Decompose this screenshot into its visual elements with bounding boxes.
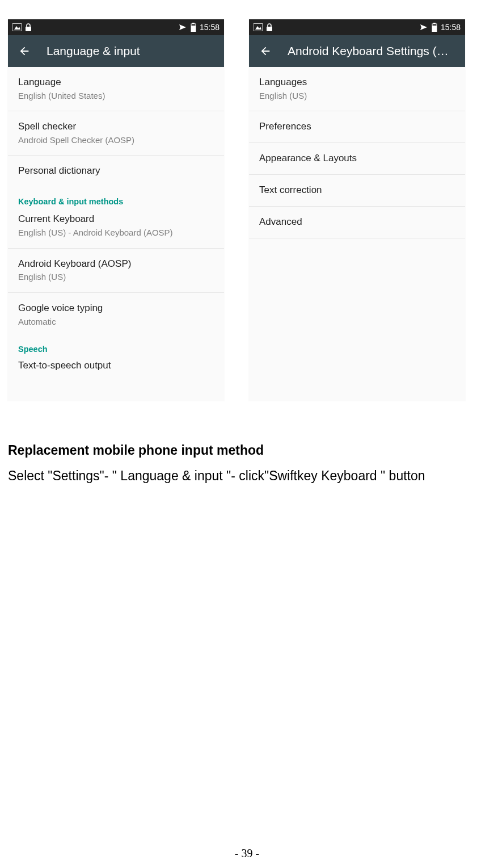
lock-icon xyxy=(25,23,32,32)
list-item-subtitle: Automatic xyxy=(18,316,214,328)
list-item-title: Languages xyxy=(259,76,455,89)
svg-marker-1 xyxy=(14,26,20,30)
list-item-title: Current Keyboard xyxy=(18,213,214,226)
list-item-language[interactable]: Language English (United States) xyxy=(8,67,224,111)
lock-icon xyxy=(266,23,273,32)
svg-rect-5 xyxy=(191,26,196,32)
list-item-preferences[interactable]: Preferences xyxy=(249,111,465,143)
list-item-languages[interactable]: Languages English (US) xyxy=(249,67,465,111)
list-item-title: Text correction xyxy=(259,184,455,197)
document-page: 15:58 Language & input Language English … xyxy=(0,0,494,486)
list-item-google-voice-typing[interactable]: Google voice typing Automatic xyxy=(8,293,224,337)
list-item-title: Preferences xyxy=(259,120,455,133)
status-right: 15:58 xyxy=(419,23,461,32)
svg-rect-8 xyxy=(267,27,272,31)
screenshots-row: 15:58 Language & input Language English … xyxy=(8,19,486,401)
status-left xyxy=(12,23,32,32)
svg-marker-7 xyxy=(255,26,261,30)
svg-rect-11 xyxy=(432,26,437,32)
list-item-tts[interactable]: Text-to-speech output xyxy=(8,354,224,385)
airplane-icon xyxy=(419,23,428,32)
status-time: 15:58 xyxy=(200,23,219,32)
status-time: 15:58 xyxy=(441,23,461,32)
status-left xyxy=(254,23,273,32)
section-header-speech: Speech xyxy=(8,337,224,354)
list-item-android-keyboard[interactable]: Android Keyboard (AOSP) English (US) xyxy=(8,249,224,293)
image-icon xyxy=(12,23,22,31)
status-right: 15:58 xyxy=(178,23,219,32)
settings-list: Languages English (US) Preferences Appea… xyxy=(249,67,465,401)
list-item-appearance[interactable]: Appearance & Layouts xyxy=(249,143,465,175)
list-item-title: Google voice typing xyxy=(18,302,214,315)
phone-screenshot-right: 15:58 Android Keyboard Settings (A… Lang… xyxy=(249,19,465,401)
back-icon[interactable] xyxy=(18,45,31,57)
status-bar: 15:58 xyxy=(249,19,465,35)
list-item-title: Spell checker xyxy=(18,120,214,133)
list-item-spell-checker[interactable]: Spell checker Android Spell Checker (AOS… xyxy=(8,111,224,156)
svg-rect-2 xyxy=(26,27,31,31)
airplane-icon xyxy=(178,23,187,32)
list-item-text-correction[interactable]: Text correction xyxy=(249,175,465,207)
app-bar-title: Android Keyboard Settings (A… xyxy=(288,44,455,58)
image-icon xyxy=(254,23,263,31)
document-text: Replacement mobile phone input method Se… xyxy=(8,401,486,486)
list-item-advanced[interactable]: Advanced xyxy=(249,207,465,238)
list-item-title: Language xyxy=(18,76,214,89)
page-number: - 39 - xyxy=(0,847,494,860)
list-item-title: Text-to-speech output xyxy=(18,359,214,372)
doc-heading: Replacement mobile phone input method xyxy=(8,443,486,458)
list-item-subtitle: English (US) - Android Keyboard (AOSP) xyxy=(18,227,214,238)
battery-icon xyxy=(432,23,437,32)
list-item-title: Android Keyboard (AOSP) xyxy=(18,258,214,271)
list-item-title: Personal dictionary xyxy=(18,165,214,178)
list-item-title: Appearance & Layouts xyxy=(259,152,455,165)
list-item-personal-dictionary[interactable]: Personal dictionary xyxy=(8,156,224,187)
app-bar-title: Language & input xyxy=(47,44,214,58)
list-item-subtitle: English (US) xyxy=(18,271,214,283)
list-item-subtitle: English (United States) xyxy=(18,90,214,102)
section-header-keyboard: Keyboard & input methods xyxy=(8,187,224,207)
list-item-title: Advanced xyxy=(259,216,455,229)
doc-body: Select "Settings"- " Language & input "-… xyxy=(8,466,486,486)
phone-screenshot-left: 15:58 Language & input Language English … xyxy=(8,19,224,401)
battery-icon xyxy=(191,23,196,32)
status-bar: 15:58 xyxy=(8,19,224,35)
app-bar: Android Keyboard Settings (A… xyxy=(249,35,465,67)
back-icon[interactable] xyxy=(259,45,272,57)
list-item-subtitle: Android Spell Checker (AOSP) xyxy=(18,135,214,146)
list-item-subtitle: English (US) xyxy=(259,90,455,102)
list-item-current-keyboard[interactable]: Current Keyboard English (US) - Android … xyxy=(8,207,224,248)
settings-list: Language English (United States) Spell c… xyxy=(8,67,224,401)
app-bar: Language & input xyxy=(8,35,224,67)
